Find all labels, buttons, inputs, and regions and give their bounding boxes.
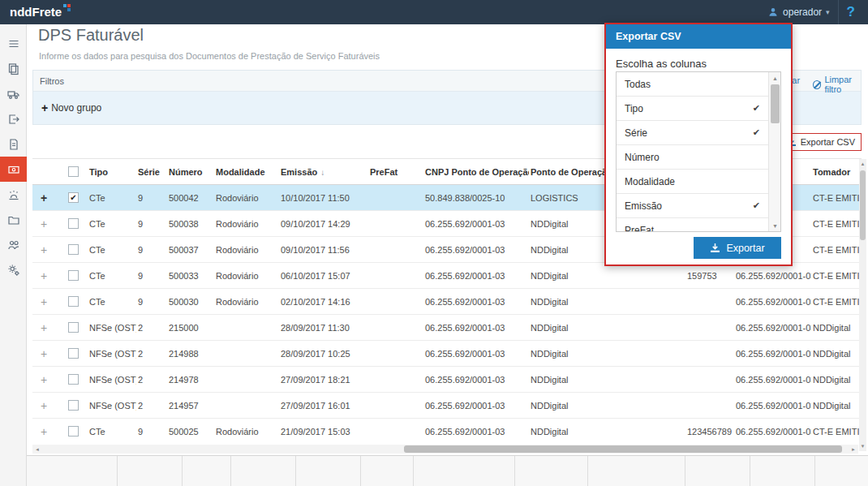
horizontal-scrollbar-thumb[interactable] — [404, 445, 842, 453]
table-row[interactable]: +NFSe (OST)221498828/09/2017 10:2506.255… — [32, 341, 862, 367]
modal-column-label: Todas — [625, 79, 651, 90]
modal-export-button[interactable]: Exportar — [694, 237, 781, 259]
row-checkbox-cell[interactable] — [65, 322, 88, 333]
row-expand-button[interactable]: + — [32, 399, 65, 412]
cell: 9 — [136, 271, 167, 281]
row-expand-button[interactable]: + — [32, 373, 65, 386]
row-checkbox-cell[interactable] — [65, 270, 88, 281]
row-checkbox-cell[interactable] — [65, 400, 88, 411]
row-expand-button[interactable]: + — [32, 295, 65, 308]
cell: 123456789 — [685, 427, 734, 437]
row-checkbox[interactable]: ✔ — [68, 192, 79, 203]
row-checkbox-cell[interactable] — [65, 348, 88, 359]
sidebar-item-billing[interactable] — [0, 157, 27, 182]
cell: NFSe (OST) — [88, 401, 136, 411]
scroll-right-arrow[interactable]: ► — [849, 445, 858, 454]
scroll-up-arrow[interactable]: ▲ — [859, 159, 866, 169]
clear-filter-button[interactable]: Limpar filtro — [813, 75, 868, 94]
sidebar-item-export[interactable] — [0, 106, 27, 131]
cell: 28/09/2017 10:25 — [279, 349, 368, 359]
table-row[interactable]: +NFSe (OST)221495727/09/2017 16:0106.255… — [32, 393, 862, 419]
sidebar-item-users[interactable] — [0, 232, 27, 257]
table-row[interactable]: +NFSe (OST)221500028/09/2017 11:3006.255… — [32, 315, 862, 341]
row-checkbox-cell[interactable]: ✔ — [65, 192, 88, 203]
sidebar-item-siren[interactable] — [0, 182, 27, 207]
modal-column-option[interactable]: Tipo✔ — [617, 97, 768, 121]
modal-scroll-up-arrow[interactable]: ▲ — [769, 72, 781, 84]
row-expand-button[interactable]: + — [32, 217, 65, 230]
cell: 06.255.692/0001-03 — [734, 375, 811, 385]
sidebar-item-folder[interactable] — [0, 207, 27, 232]
row-expand-button[interactable]: + — [32, 191, 65, 204]
footer-grid — [27, 455, 868, 486]
sidebar-item-truck[interactable] — [0, 81, 27, 106]
select-all-cell[interactable] — [65, 166, 88, 177]
row-checkbox[interactable] — [68, 348, 79, 359]
sidebar-item-menu[interactable] — [0, 31, 27, 56]
scroll-down-arrow[interactable]: ▼ — [859, 441, 866, 451]
row-checkbox[interactable] — [68, 218, 79, 229]
modal-column-option[interactable]: Todas — [617, 72, 768, 97]
row-expand-button[interactable]: + — [32, 347, 65, 360]
new-group-button[interactable]: + Novo grupo — [41, 101, 101, 114]
table-row[interactable]: +CTe9500030Rodoviário02/10/2017 14:1606.… — [32, 289, 862, 315]
row-checkbox-cell[interactable] — [65, 374, 88, 385]
vertical-scrollbar[interactable]: ▲ ▼ — [859, 159, 866, 451]
cell: NDDigital — [529, 349, 685, 359]
cell: NDDigital — [529, 401, 685, 411]
modal-column-option[interactable]: PreFat — [617, 218, 768, 232]
column-header[interactable]: Tipo — [88, 167, 136, 177]
modal-header: Exportar CSV — [606, 24, 791, 49]
column-header[interactable]: Série — [136, 167, 167, 177]
column-header[interactable]: CNPJ Ponto de Operação — [423, 167, 529, 177]
scroll-left-arrow[interactable]: ◄ — [32, 445, 42, 454]
column-header[interactable]: Modalidade — [214, 167, 279, 177]
sidebar-item-settings[interactable] — [0, 257, 27, 282]
column-header[interactable]: Número — [167, 167, 214, 177]
cell: Rodoviário — [214, 271, 279, 281]
cell: Rodoviário — [214, 193, 279, 203]
row-expand-button[interactable]: + — [32, 321, 65, 334]
cell: NFSe (OST) — [88, 375, 136, 385]
cell: 28/09/2017 11:30 — [279, 323, 368, 333]
table-row[interactable]: +CTe9500033Rodoviário06/10/2017 15:0706.… — [32, 263, 862, 289]
cell: 06.255.692/0001-03 — [423, 401, 529, 411]
sidebar-item-pages[interactable] — [0, 56, 27, 81]
row-checkbox-cell[interactable] — [65, 244, 88, 255]
row-checkbox-cell[interactable] — [65, 218, 88, 229]
row-expand-button[interactable]: + — [32, 243, 65, 256]
row-checkbox[interactable] — [68, 296, 79, 307]
horizontal-scrollbar[interactable]: ◄ ► — [32, 445, 858, 454]
modal-column-option[interactable]: Série✔ — [617, 121, 768, 145]
row-expand-button[interactable]: + — [32, 269, 65, 282]
table-row[interactable]: +NFSe (OST)221497827/09/2017 18:2106.255… — [32, 367, 862, 393]
help-button[interactable]: ? — [838, 0, 863, 24]
sidebar-item-document[interactable] — [0, 131, 27, 157]
modal-column-option[interactable]: Modalidade — [617, 170, 768, 194]
modal-column-option[interactable]: Emissão✔ — [617, 194, 768, 218]
modal-column-label: Tipo — [625, 103, 643, 114]
row-checkbox[interactable] — [68, 270, 79, 281]
row-checkbox[interactable] — [68, 322, 79, 333]
modal-scroll-down-arrow[interactable]: ▼ — [769, 220, 781, 231]
row-expand-button[interactable]: + — [32, 425, 65, 438]
clear-filter-icon — [813, 80, 821, 89]
modal-column-option[interactable]: Número — [617, 145, 768, 170]
row-checkbox[interactable] — [68, 374, 79, 385]
cell: NDDigital — [811, 349, 862, 359]
column-header[interactable]: Emissão↓ — [279, 167, 368, 177]
modal-scrollbar-thumb[interactable] — [771, 84, 780, 123]
vertical-scrollbar-thumb[interactable] — [860, 170, 866, 240]
column-header[interactable]: Tomador — [811, 167, 862, 177]
row-checkbox[interactable] — [68, 426, 79, 437]
row-checkbox-cell[interactable] — [65, 426, 88, 437]
select-all-checkbox[interactable] — [68, 166, 79, 177]
column-header-label: Ponto de Operação — [531, 167, 612, 177]
row-checkbox[interactable] — [68, 244, 79, 255]
modal-list-scrollbar[interactable]: ▲ ▼ — [768, 72, 780, 231]
column-header[interactable]: PreFat — [368, 167, 423, 177]
row-checkbox-cell[interactable] — [65, 296, 88, 307]
table-row[interactable]: +CTe9500025Rodoviário21/09/2017 15:0306.… — [32, 419, 862, 444]
row-checkbox[interactable] — [68, 400, 79, 411]
user-menu[interactable]: operador ▾ — [759, 6, 838, 18]
